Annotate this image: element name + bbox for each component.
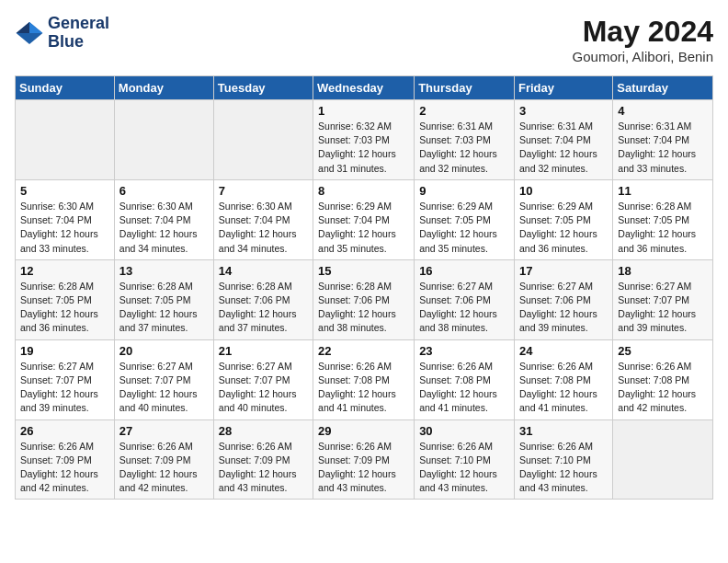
day-info: Sunrise: 6:31 AM Sunset: 7:04 PM Dayligh… [519, 120, 609, 176]
col-header-saturday: Saturday [613, 76, 713, 100]
day-number: 16 [419, 264, 510, 278]
day-cell: 8Sunrise: 6:29 AM Sunset: 7:04 PM Daylig… [313, 179, 415, 259]
day-number: 2 [419, 104, 510, 118]
day-cell [114, 100, 213, 180]
day-info: Sunrise: 6:28 AM Sunset: 7:05 PM Dayligh… [618, 200, 709, 256]
day-info: Sunrise: 6:27 AM Sunset: 7:07 PM Dayligh… [119, 360, 210, 416]
day-number: 19 [20, 344, 110, 358]
day-info: Sunrise: 6:26 AM Sunset: 7:09 PM Dayligh… [219, 440, 309, 496]
day-cell: 26Sunrise: 6:26 AM Sunset: 7:09 PM Dayli… [16, 419, 115, 500]
day-info: Sunrise: 6:30 AM Sunset: 7:04 PM Dayligh… [219, 200, 309, 256]
day-cell: 14Sunrise: 6:28 AM Sunset: 7:06 PM Dayli… [213, 259, 313, 339]
day-info: Sunrise: 6:28 AM Sunset: 7:06 PM Dayligh… [219, 280, 309, 336]
week-row-3: 12Sunrise: 6:28 AM Sunset: 7:05 PM Dayli… [16, 259, 713, 339]
day-cell: 28Sunrise: 6:26 AM Sunset: 7:09 PM Dayli… [213, 419, 313, 500]
day-info: Sunrise: 6:31 AM Sunset: 7:04 PM Dayligh… [618, 120, 709, 176]
day-number: 15 [318, 264, 410, 278]
day-info: Sunrise: 6:26 AM Sunset: 7:08 PM Dayligh… [618, 360, 709, 416]
day-info: Sunrise: 6:27 AM Sunset: 7:07 PM Dayligh… [618, 280, 709, 336]
day-number: 18 [618, 264, 709, 278]
day-info: Sunrise: 6:26 AM Sunset: 7:10 PM Dayligh… [519, 440, 609, 496]
day-cell: 15Sunrise: 6:28 AM Sunset: 7:06 PM Dayli… [313, 259, 415, 339]
logo-icon [15, 18, 44, 48]
day-number: 21 [219, 344, 309, 358]
col-header-friday: Friday [515, 76, 613, 100]
day-cell: 31Sunrise: 6:26 AM Sunset: 7:10 PM Dayli… [515, 419, 613, 500]
svg-marker-1 [29, 22, 42, 33]
day-number: 17 [519, 264, 609, 278]
day-info: Sunrise: 6:29 AM Sunset: 7:05 PM Dayligh… [419, 200, 510, 256]
day-cell: 29Sunrise: 6:26 AM Sunset: 7:09 PM Dayli… [313, 419, 415, 500]
day-cell: 22Sunrise: 6:26 AM Sunset: 7:08 PM Dayli… [313, 339, 415, 419]
day-cell: 17Sunrise: 6:27 AM Sunset: 7:06 PM Dayli… [515, 259, 613, 339]
day-cell: 27Sunrise: 6:26 AM Sunset: 7:09 PM Dayli… [114, 419, 213, 500]
day-info: Sunrise: 6:32 AM Sunset: 7:03 PM Dayligh… [318, 120, 410, 176]
day-number: 9 [419, 184, 510, 198]
day-cell [613, 419, 713, 500]
col-header-wednesday: Wednesday [313, 76, 415, 100]
day-info: Sunrise: 6:28 AM Sunset: 7:05 PM Dayligh… [20, 280, 110, 336]
day-info: Sunrise: 6:30 AM Sunset: 7:04 PM Dayligh… [119, 200, 210, 256]
day-info: Sunrise: 6:30 AM Sunset: 7:04 PM Dayligh… [20, 200, 110, 256]
day-number: 6 [119, 184, 210, 198]
col-header-sunday: Sunday [16, 76, 115, 100]
page-header: General Blue May 2024 Goumori, Alibori, … [15, 15, 713, 64]
header-row: SundayMondayTuesdayWednesdayThursdayFrid… [16, 76, 713, 100]
svg-marker-2 [17, 22, 29, 33]
week-row-4: 19Sunrise: 6:27 AM Sunset: 7:07 PM Dayli… [16, 339, 713, 419]
day-cell: 7Sunrise: 6:30 AM Sunset: 7:04 PM Daylig… [213, 179, 313, 259]
day-cell [213, 100, 313, 180]
day-number: 31 [519, 424, 609, 438]
day-number: 4 [618, 104, 709, 118]
day-info: Sunrise: 6:26 AM Sunset: 7:09 PM Dayligh… [318, 440, 410, 496]
day-info: Sunrise: 6:26 AM Sunset: 7:08 PM Dayligh… [519, 360, 609, 416]
day-info: Sunrise: 6:28 AM Sunset: 7:06 PM Dayligh… [318, 280, 410, 336]
day-number: 29 [318, 424, 410, 438]
day-number: 30 [419, 424, 510, 438]
day-number: 14 [219, 264, 309, 278]
day-number: 20 [119, 344, 210, 358]
day-info: Sunrise: 6:26 AM Sunset: 7:10 PM Dayligh… [419, 440, 510, 496]
day-cell: 18Sunrise: 6:27 AM Sunset: 7:07 PM Dayli… [613, 259, 713, 339]
day-number: 1 [318, 104, 410, 118]
calendar-subtitle: Goumori, Alibori, Benin [573, 49, 713, 64]
day-cell: 13Sunrise: 6:28 AM Sunset: 7:05 PM Dayli… [114, 259, 213, 339]
day-info: Sunrise: 6:26 AM Sunset: 7:09 PM Dayligh… [20, 440, 110, 496]
day-cell: 16Sunrise: 6:27 AM Sunset: 7:06 PM Dayli… [415, 259, 515, 339]
day-cell: 23Sunrise: 6:26 AM Sunset: 7:08 PM Dayli… [415, 339, 515, 419]
day-info: Sunrise: 6:31 AM Sunset: 7:03 PM Dayligh… [419, 120, 510, 176]
day-number: 24 [519, 344, 609, 358]
day-number: 8 [318, 184, 410, 198]
day-cell [16, 100, 115, 180]
day-cell: 10Sunrise: 6:29 AM Sunset: 7:05 PM Dayli… [515, 179, 613, 259]
day-number: 11 [618, 184, 709, 198]
col-header-thursday: Thursday [415, 76, 515, 100]
day-cell: 11Sunrise: 6:28 AM Sunset: 7:05 PM Dayli… [613, 179, 713, 259]
day-info: Sunrise: 6:28 AM Sunset: 7:05 PM Dayligh… [119, 280, 210, 336]
day-number: 13 [119, 264, 210, 278]
calendar-table: SundayMondayTuesdayWednesdayThursdayFrid… [15, 75, 713, 500]
day-info: Sunrise: 6:26 AM Sunset: 7:08 PM Dayligh… [419, 360, 510, 416]
day-cell: 3Sunrise: 6:31 AM Sunset: 7:04 PM Daylig… [515, 100, 613, 180]
week-row-1: 1Sunrise: 6:32 AM Sunset: 7:03 PM Daylig… [16, 100, 713, 180]
day-number: 22 [318, 344, 410, 358]
day-number: 25 [618, 344, 709, 358]
day-info: Sunrise: 6:26 AM Sunset: 7:09 PM Dayligh… [119, 440, 210, 496]
day-cell: 30Sunrise: 6:26 AM Sunset: 7:10 PM Dayli… [415, 419, 515, 500]
week-row-5: 26Sunrise: 6:26 AM Sunset: 7:09 PM Dayli… [16, 419, 713, 500]
day-number: 12 [20, 264, 110, 278]
day-cell: 1Sunrise: 6:32 AM Sunset: 7:03 PM Daylig… [313, 100, 415, 180]
day-number: 7 [219, 184, 309, 198]
title-block: May 2024 Goumori, Alibori, Benin [573, 15, 713, 64]
day-number: 26 [20, 424, 110, 438]
day-cell: 20Sunrise: 6:27 AM Sunset: 7:07 PM Dayli… [114, 339, 213, 419]
day-info: Sunrise: 6:27 AM Sunset: 7:06 PM Dayligh… [519, 280, 609, 336]
logo-text: General Blue [48, 15, 109, 52]
calendar-title: May 2024 [573, 15, 713, 49]
day-number: 28 [219, 424, 309, 438]
day-info: Sunrise: 6:29 AM Sunset: 7:05 PM Dayligh… [519, 200, 609, 256]
day-number: 5 [20, 184, 110, 198]
day-cell: 24Sunrise: 6:26 AM Sunset: 7:08 PM Dayli… [515, 339, 613, 419]
day-cell: 21Sunrise: 6:27 AM Sunset: 7:07 PM Dayli… [213, 339, 313, 419]
day-number: 27 [119, 424, 210, 438]
